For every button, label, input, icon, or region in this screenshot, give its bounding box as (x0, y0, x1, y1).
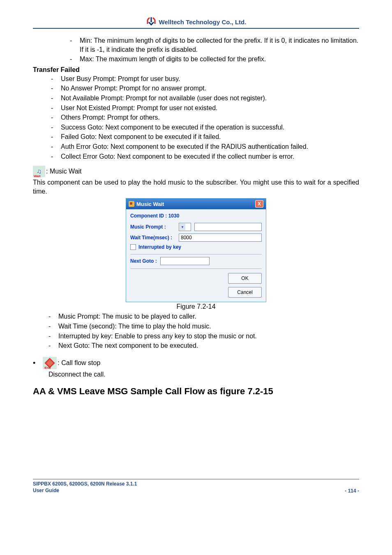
list-item: Collect Error Goto: Next component to be… (47, 152, 359, 161)
list-item: Min: The minimum length of digits to be … (66, 36, 359, 54)
component-id-value: 1030 (168, 213, 180, 219)
interrupted-label: Interrupted by key (138, 244, 181, 250)
interrupted-checkbox[interactable] (130, 244, 136, 250)
list-item: Next Goto: The next component to be exec… (44, 341, 359, 350)
bullet-icon: • (33, 359, 35, 367)
music-wait-dialog: Music Wait X Component ID : 1030 Music P… (126, 198, 266, 302)
next-goto-input[interactable] (160, 257, 210, 265)
component-id-label: Component ID : (130, 213, 168, 219)
dialog-title-text: Music Wait (136, 201, 164, 207)
list-item: Interrupted by key: Enable to press any … (44, 332, 359, 341)
header-company: Welltech Technology Co., Ltd. (159, 18, 247, 25)
next-goto-label: Next Goto : (130, 258, 157, 264)
list-item: Failed Goto: Next component to be execut… (47, 132, 359, 141)
section-heading: AA & VMS Leave MSG Sample Call Flow as f… (33, 386, 359, 397)
music-prompt-label: Music Prompt : (130, 224, 175, 230)
transfer-failed-list: User Busy Prompt: Prompt for user busy. … (47, 74, 359, 161)
end-icon-label: End (44, 366, 51, 370)
call-flow-stop-label: : Call flow stop (58, 359, 100, 367)
music-wait-icon: ♫ Wait (33, 166, 45, 177)
figure-caption: Figure 7.2-14 (33, 303, 359, 310)
separator (130, 254, 262, 254)
transfer-failed-heading: Transfer Failed (33, 66, 359, 74)
page-header: Welltech Technology Co., Ltd. (33, 16, 359, 29)
chevron-down-icon: ▼ (180, 224, 185, 230)
music-icon-label: Wait (34, 174, 41, 178)
call-flow-stop-icon: End (43, 357, 57, 369)
footer-page-number: - 114 - (345, 488, 359, 494)
ok-button[interactable]: OK (228, 273, 262, 284)
disconnect-text: Disconnect the call. (48, 370, 359, 379)
top-list: Min: The minimum length of digits to be … (66, 36, 359, 64)
list-item: Auth Error Goto: Next component to be ex… (47, 142, 359, 151)
list-item: Music Prompt: The music to be played to … (44, 312, 359, 321)
music-wait-desc: This component can be used to play the h… (33, 178, 359, 196)
list-item: No Answer Prompt: Prompt for no answer p… (47, 84, 359, 93)
wait-time-label: Wait Time(msec) : (130, 235, 175, 240)
list-item: Wait Time (second): The time to play the… (44, 322, 359, 331)
wait-time-input[interactable]: 8000 (179, 234, 262, 242)
music-wait-label: : Music Wait (46, 168, 82, 175)
footer-line2: User Guide (33, 488, 137, 494)
list-item: Success Goto: Next component to be execu… (47, 123, 359, 132)
list-item: Not Available Prompt: Prompt for not ava… (47, 94, 359, 103)
dialog-titlebar: Music Wait X (126, 199, 266, 209)
list-item: Max: The maximum length of digits to be … (66, 55, 359, 64)
figure-notes-list: Music Prompt: The music to be played to … (44, 312, 359, 350)
list-item: User Busy Prompt: Prompt for user busy. (47, 74, 359, 83)
cancel-button[interactable]: Cancel (228, 287, 262, 298)
music-prompt-input[interactable] (194, 223, 262, 231)
music-prompt-combo[interactable]: ▼ (179, 223, 191, 231)
dialog-title-icon (129, 201, 134, 207)
footer-line1: SIPPBX 6200S, 6200GS, 6200N Release 3.1.… (33, 481, 137, 488)
note-icon: ♫ (37, 168, 42, 175)
list-item: User Not Existed Prompt: Prompt for user… (47, 104, 359, 113)
list-item: Others Prompt: Prompt for others. (47, 113, 359, 122)
close-icon[interactable]: X (255, 200, 263, 208)
page-footer: SIPPBX 6200S, 6200GS, 6200N Release 3.1.… (33, 479, 359, 494)
logo-icon (146, 16, 157, 27)
